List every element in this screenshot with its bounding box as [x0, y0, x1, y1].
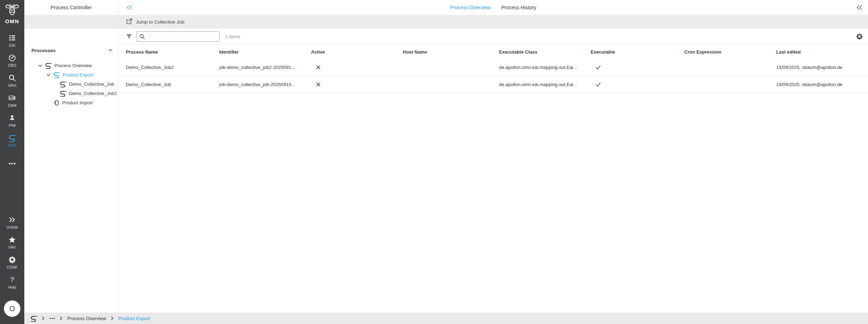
question-icon: ? — [10, 275, 14, 284]
column-header[interactable]: Executable — [591, 49, 684, 55]
toolbar-band-left — [24, 15, 118, 29]
rail-item-srh[interactable]: SRH — [0, 74, 24, 94]
avatar-initial: O — [9, 305, 15, 313]
chevron-right-icon — [110, 316, 114, 320]
tree-item-product-import[interactable]: Product Import — [24, 98, 118, 107]
main-content: 2 items Process Name Identifier Active H… — [118, 29, 868, 313]
table-settings-gear-icon[interactable] — [856, 33, 863, 40]
dashboard-icon — [8, 54, 16, 62]
process-flow-icon — [59, 90, 66, 97]
tab-process-history[interactable]: Process History — [501, 5, 536, 10]
chevron-right-icon — [59, 316, 63, 320]
column-header[interactable]: Executable Class — [499, 49, 591, 55]
jump-button-label: Jump to Collective Job — [136, 19, 184, 25]
tree-item-label: Demo_Collective_Job2 — [69, 91, 117, 96]
top-bar: Process Controller Process Overview Proc… — [24, 0, 868, 15]
person-icon — [8, 114, 16, 122]
breadcrumb-process-overview[interactable]: Process Overview — [67, 316, 106, 321]
tab-process-overview[interactable]: Process Overview — [450, 5, 490, 10]
check-icon — [596, 65, 684, 70]
rail-item-label: PCO — [8, 143, 16, 148]
rail-item-dbd[interactable]: DBD — [0, 54, 24, 74]
search-icon — [8, 74, 16, 82]
collapse-right-button[interactable] — [856, 4, 863, 11]
rail-item-help[interactable]: ? Help — [0, 275, 24, 295]
table-row[interactable]: Demo_Collective_Job job-demo_collective_… — [118, 76, 868, 93]
chevron-down-icon[interactable] — [38, 63, 43, 68]
collapse-panel-button[interactable] — [126, 4, 133, 11]
bee-icon — [4, 3, 20, 18]
tree-item-demo-collective-job2[interactable]: Demo_Collective_Job2 — [24, 89, 118, 98]
column-header[interactable]: Active — [311, 49, 403, 55]
breadcrumb-bar: Process Overview Product Export — [24, 313, 868, 324]
tree-section-header: Processes — [24, 46, 118, 55]
rail-item-dam[interactable]: DAM — [0, 94, 24, 114]
items-count: 2 items — [225, 34, 240, 39]
cell-process-name: Demo_Collective_Job2 — [126, 65, 219, 70]
column-header[interactable]: Identifier — [219, 49, 311, 55]
rail-item-label: SRH — [8, 83, 16, 88]
cell-last-edited: 15/09/2025, obaum@apollon.de — [776, 82, 860, 87]
import-icon — [53, 99, 60, 106]
content-column: Process Controller Process Overview Proc… — [24, 0, 868, 324]
module-rail: OMN EAI — [0, 0, 24, 324]
rail-item-label: Help — [8, 285, 16, 289]
breadcrumb-ellipsis-icon[interactable] — [49, 318, 55, 319]
rail-item-pco[interactable]: PCO — [0, 134, 24, 154]
table-header-row: Process Name Identifier Active Host Name… — [118, 45, 868, 59]
rail-item-conf[interactable]: CONF — [0, 255, 24, 275]
rail-item-label: PIM — [9, 123, 16, 128]
breadcrumb-product-export[interactable]: Product Export — [118, 316, 150, 321]
double-chevron-right-icon — [8, 215, 16, 224]
column-header[interactable]: Host Name — [403, 49, 499, 55]
cell-executable-class: de.apollon.omn.eai.mapping.out.Eai... — [499, 65, 591, 70]
main-top-bar: Process Overview Process History — [118, 0, 868, 15]
process-flow-icon[interactable] — [30, 315, 37, 322]
cell-last-edited: 15/09/2025, obaum@apollon.de — [776, 65, 860, 70]
tree-item-label: Process Overview — [54, 63, 92, 68]
app-root: OMN EAI — [0, 0, 868, 324]
column-header[interactable]: Cron Expression — [684, 49, 776, 55]
double-chevron-left-icon — [126, 4, 133, 11]
tree-section-title: Processes — [31, 48, 56, 53]
process-flow-icon — [53, 71, 60, 78]
rail-item-label: DBD — [8, 63, 16, 68]
process-flow-icon — [59, 81, 66, 88]
search-row: 2 items — [118, 29, 868, 45]
logo-label: OMN — [5, 18, 19, 24]
search-box — [137, 31, 220, 42]
rail-bottom: Unfold FAV CONF ? He — [0, 215, 24, 322]
tree-item-product-export[interactable]: Product Export — [24, 70, 118, 79]
rail-more-button[interactable] — [9, 159, 16, 167]
jump-to-collective-job-button[interactable]: Jump to Collective Job — [126, 18, 184, 26]
table-row[interactable]: Demo_Collective_Job2 job-demo_collective… — [118, 59, 868, 76]
cell-executable-class: de.apollon.omn.eai.mapping.out.Eai... — [499, 82, 591, 87]
filter-icon[interactable] — [126, 34, 132, 40]
process-tree-panel: Processes — [24, 29, 118, 313]
main-tabs: Process Overview Process History — [450, 5, 536, 10]
rail-item-fav[interactable]: FAV — [0, 235, 24, 255]
tree-item-process-overview[interactable]: Process Overview — [24, 61, 118, 70]
omn-logo[interactable]: OMN — [4, 3, 20, 24]
tree-item-demo-collective-job[interactable]: Demo_Collective_Job — [24, 79, 118, 89]
rail-item-label: EAI — [9, 43, 15, 48]
cross-icon — [316, 65, 403, 70]
rail-item-label: DAM — [8, 103, 16, 108]
chevron-down-icon[interactable] — [46, 73, 51, 77]
rail-item-unfold[interactable]: Unfold — [0, 215, 24, 235]
user-avatar[interactable]: O — [4, 300, 20, 317]
body-row: Processes — [24, 29, 868, 313]
column-header[interactable]: Process Name — [126, 49, 219, 55]
search-input[interactable] — [147, 32, 219, 41]
gear-icon — [8, 255, 16, 264]
rail-item-pim[interactable]: PIM — [0, 114, 24, 134]
column-header[interactable]: Last edited — [776, 49, 860, 55]
chevron-right-icon — [41, 316, 45, 320]
chevron-up-icon[interactable] — [108, 48, 113, 53]
search-icon — [139, 34, 145, 40]
tree-item-label: Product Import — [62, 100, 93, 105]
rail-item-eai[interactable]: EAI — [0, 34, 24, 54]
rail-nav: EAI DBD SRH — [0, 34, 24, 154]
process-flow-icon — [45, 62, 52, 69]
ellipsis-icon — [9, 160, 16, 166]
